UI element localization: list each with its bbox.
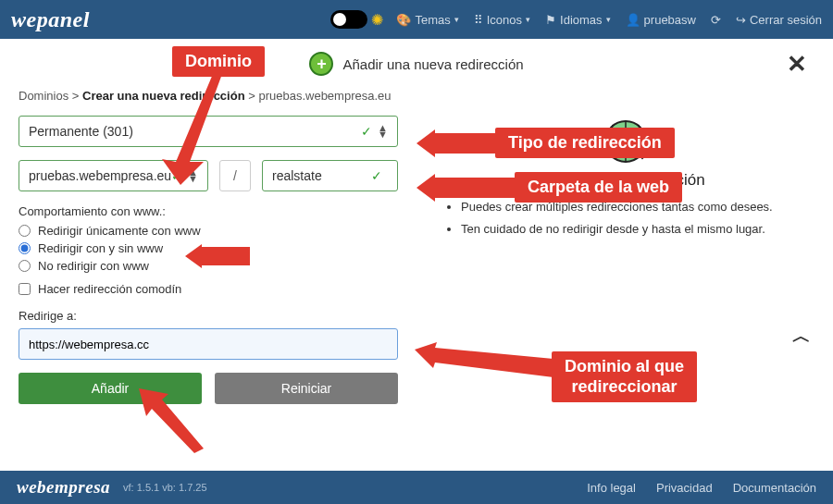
footer-priv[interactable]: Privacidad — [656, 481, 713, 495]
brand-logo: wepanel — [11, 7, 90, 32]
chevron-updown-icon: ▲▼ — [188, 169, 198, 182]
form-left: Permanente (301) ✓ ▲▼ pruebas.webempresa… — [19, 116, 398, 404]
footer: webempresa vf: 1.5.1 vb: 1.7.25 Info leg… — [0, 471, 833, 504]
footer-info[interactable]: Info legal — [587, 481, 636, 495]
target-label: Redirige a: — [19, 309, 398, 323]
chevron-updown-icon: ▲▼ — [378, 125, 388, 138]
target-input[interactable] — [19, 328, 398, 360]
breadcrumb: Dominios > Crear una nueva redirección >… — [19, 89, 814, 103]
www-radio-group: Redirigir únicamente con www Redirigir c… — [19, 224, 398, 273]
help-li-2: Ten cuidado de no redirigir desde y hast… — [461, 221, 814, 238]
nav-refresh[interactable]: ⟳ — [711, 13, 721, 27]
form-area: Permanente (301) ✓ ▲▼ pruebas.webempresa… — [19, 116, 814, 404]
page-title: Añadir una nueva redirección — [342, 56, 523, 72]
crumb-dominios[interactable]: Dominios — [19, 89, 68, 103]
top-nav: 🎨 Temas ▾ ⠿ Iconos ▾ ⚑ Idiomas▾ 👤 prueba… — [396, 13, 822, 27]
theme-toggle[interactable] — [330, 10, 367, 29]
nav-iconos[interactable]: ⠿ Iconos ▾ — [474, 13, 530, 27]
check-icon: ✓ — [361, 124, 372, 139]
path-input[interactable]: realstate ✓ — [262, 160, 398, 191]
sync-icon: ⟳ — [711, 13, 721, 27]
nav-idiomas[interactable]: ⚑ Idiomas▾ — [545, 13, 611, 27]
add-button[interactable]: Añadir — [19, 373, 202, 404]
page: + Añadir una nueva redirección ✕ Dominio… — [0, 39, 833, 404]
svg-point-1 — [640, 146, 645, 152]
check-icon: ✓ — [371, 168, 382, 183]
nav-logout[interactable]: ↪ Cerrar sesión — [736, 13, 822, 27]
footer-brand: webempresa — [17, 477, 110, 498]
scroll-top-button[interactable]: ︿ — [792, 324, 811, 349]
wildcard-checkbox[interactable]: Hacer redirección comodín — [19, 282, 398, 296]
globe-icon — [600, 116, 659, 166]
page-header: + Añadir una nueva redirección ✕ — [19, 46, 814, 85]
redirect-type-value: Permanente (301) — [29, 124, 133, 139]
help-panel: Crear una redirección Puedes crear múlti… — [426, 116, 814, 404]
top-bar: wepanel ✺ 🎨 Temas ▾ ⠿ Iconos ▾ ⚑ Idiomas… — [0, 0, 833, 39]
domain-select[interactable]: pruebas.webempresa.eu ✓ ▲▼ — [19, 160, 208, 191]
nav-user[interactable]: 👤 pruebasw — [626, 13, 696, 27]
footer-version: vf: 1.5.1 vb: 1.7.25 — [123, 482, 207, 493]
reset-button[interactable]: Reiniciar — [215, 373, 398, 404]
crumb-domain: pruebas.webempresa.eu — [258, 89, 391, 103]
help-title: Crear una redirección — [444, 171, 814, 190]
www-legend: Comportamiento con www.: — [19, 204, 398, 218]
footer-docs[interactable]: Documentación — [733, 481, 816, 495]
crumb-current: Crear una nueva redirección — [82, 89, 245, 103]
check-icon: ✓ — [171, 168, 182, 183]
www-only[interactable]: Redirigir únicamente con www — [19, 224, 398, 238]
www-both[interactable]: Redirigir con y sin www — [19, 241, 398, 255]
slash-label: / — [219, 160, 251, 191]
close-icon[interactable]: ✕ — [787, 50, 807, 79]
www-none[interactable]: No redirigir con www — [19, 259, 398, 273]
path-value: realstate — [272, 168, 322, 183]
gear-icon[interactable]: ✺ — [371, 11, 383, 29]
nav-temas[interactable]: 🎨 Temas ▾ — [396, 13, 458, 27]
redirect-type-select[interactable]: Permanente (301) ✓ ▲▼ — [19, 116, 398, 147]
help-li-1: Puedes crear múltiples redirecciones tan… — [461, 199, 814, 215]
domain-value: pruebas.webempresa.eu — [29, 168, 171, 183]
plus-icon: + — [309, 52, 333, 76]
help-list: Puedes crear múltiples redirecciones tan… — [444, 199, 814, 237]
